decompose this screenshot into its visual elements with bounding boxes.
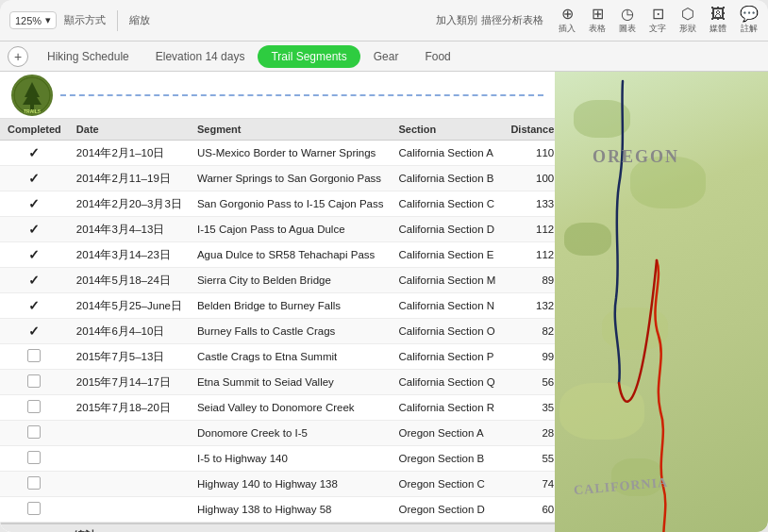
cell-section: Oregon Section A <box>391 421 503 446</box>
cell-completed[interactable]: ✓ <box>0 319 69 344</box>
cell-distance: 55 <box>503 446 555 472</box>
table-icon: ⊞ <box>592 7 604 22</box>
zoom-chevron: ▾ <box>45 14 51 26</box>
app-frame: 125% ▾ 顯示方式 縮放 加入類別 描徑分析表格 ⊕ 插入 <box>0 0 768 532</box>
cell-completed[interactable] <box>0 497 69 523</box>
shape-icon: ⬡ <box>681 7 694 22</box>
tab-food[interactable]: Food <box>411 43 463 70</box>
cell-segment: Etna Summit to Seiad Valley <box>190 370 392 395</box>
checkbox[interactable] <box>27 502 41 515</box>
table-row: ✓2014年2月11–19日Warner Springs to San Gorg… <box>0 166 555 191</box>
table-row: Donomore Creek to I-5Oregon Section A28 <box>0 421 555 446</box>
cell-segment: I-15 Cajon Pass to Agua Dulce <box>190 217 392 242</box>
cell-completed[interactable] <box>0 472 69 497</box>
col-header-segment: Segment <box>190 119 392 141</box>
chart-button[interactable]: ◷ 圖表 <box>619 7 636 35</box>
add-tab-button[interactable]: + <box>8 46 28 67</box>
svg-text:TRAILS: TRAILS <box>24 108 42 114</box>
cell-completed[interactable]: ✓ <box>0 268 69 293</box>
checkbox[interactable] <box>27 374 41 388</box>
cell-section: California Section N <box>391 293 503 319</box>
checkbox[interactable] <box>27 349 41 362</box>
table-row: 2015年7月14–17日Etna Summit to Seiad Valley… <box>0 370 555 395</box>
comment-button[interactable]: 💬 註解 <box>740 7 759 35</box>
checkmark: ✓ <box>28 196 40 211</box>
cell-distance: 89 <box>503 268 555 293</box>
zoom-value: 125% <box>15 15 42 26</box>
cell-completed[interactable]: ✓ <box>0 217 69 242</box>
cell-distance: 112 <box>503 242 555 268</box>
table-row: ✓2014年3月14–23日Agua Dulce to SR58 Tehacha… <box>0 242 555 268</box>
zoom-control[interactable]: 125% ▾ <box>9 11 57 29</box>
col-header-distance: Distance <box>503 119 555 141</box>
cell-completed[interactable]: ✓ <box>0 166 69 191</box>
cell-segment: Seiad Valley to Donomore Creek <box>190 395 392 421</box>
cell-section: California Section E <box>391 242 503 268</box>
cell-distance: 82 <box>503 319 555 344</box>
cell-section: California Section R <box>391 395 503 421</box>
cell-section: California Section B <box>391 166 503 191</box>
checkmark: ✓ <box>28 324 40 339</box>
tab-gear[interactable]: Gear <box>360 43 412 70</box>
cell-date: 2014年5月25–June日 <box>69 293 190 319</box>
cell-date: 2015年7月18–20日 <box>69 395 190 421</box>
tab-hiking-schedule[interactable]: Hiking Schedule <box>34 43 142 70</box>
logo-header: TRAILS <box>0 72 555 119</box>
media-button[interactable]: 🖼 媒體 <box>710 7 726 35</box>
cell-segment: I-5 to Highway 140 <box>190 446 392 472</box>
cell-distance: 74 <box>503 472 555 497</box>
checkmark: ✓ <box>28 222 40 237</box>
cell-completed[interactable]: ✓ <box>0 293 69 319</box>
cell-distance: 60 <box>503 497 555 523</box>
cell-completed[interactable] <box>0 446 69 472</box>
cell-distance: 112 <box>503 217 555 242</box>
tab-elevation-14-days[interactable]: Elevation 14 days <box>142 43 259 70</box>
cell-date: 2014年2月20–3月3日 <box>69 191 190 217</box>
table-row: ✓2014年3月4–13日I-15 Cajon Pass to Agua Dul… <box>0 217 555 242</box>
insert-button[interactable]: ⊕ 插入 <box>559 7 576 35</box>
zoom-label[interactable]: 縮放 <box>129 13 150 27</box>
cell-section: California Section D <box>391 217 503 242</box>
checkmark: ✓ <box>28 171 40 186</box>
tab-trail-segments[interactable]: Trail Segments <box>258 45 359 68</box>
cell-date: 2014年6月4–10日 <box>69 319 190 344</box>
cell-distance: 35 <box>503 395 555 421</box>
cell-completed[interactable]: ✓ <box>0 141 69 166</box>
add-category-label[interactable]: 加入類別 <box>436 13 477 27</box>
display-mode-label[interactable]: 顯示方式 <box>64 13 106 27</box>
checkbox[interactable] <box>27 476 41 490</box>
col-header-section: Section <box>391 119 503 141</box>
cell-completed[interactable] <box>0 421 69 446</box>
cell-completed[interactable]: ✓ <box>0 242 69 268</box>
route-analysis-label[interactable]: 描徑分析表格 <box>481 13 543 27</box>
checkbox[interactable] <box>27 451 41 464</box>
table-button[interactable]: ⊞ 表格 <box>589 7 606 35</box>
cell-section: Oregon Section B <box>391 446 503 472</box>
checkbox[interactable] <box>27 425 41 439</box>
cell-segment: US-Mexico Border to Warner Springs <box>190 141 392 166</box>
shape-button[interactable]: ⬡ 形狀 <box>679 7 696 35</box>
table-row: ✓2014年5月25–June日Belden Bridge to Burney … <box>0 293 555 319</box>
cell-date: 2014年2月1–10日 <box>69 141 190 166</box>
cell-date <box>69 421 190 446</box>
col-header-date: Date <box>69 119 190 141</box>
cell-completed[interactable] <box>0 395 69 421</box>
table-row: ✓2014年5月18–24日Sierra City to Belden Brid… <box>0 268 555 293</box>
cell-distance: 100 <box>503 166 555 191</box>
table-row: 2015年7月18–20日Seiad Valley to Donomore Cr… <box>0 395 555 421</box>
text-button[interactable]: ⊡ 文字 <box>649 7 666 35</box>
dashed-connector <box>60 94 543 96</box>
cell-completed[interactable] <box>0 344 69 370</box>
checkbox[interactable] <box>27 400 41 413</box>
cell-date <box>69 497 190 523</box>
footer-value: 1,277 <box>317 524 555 532</box>
data-table[interactable]: Completed Date Segment Section Distance … <box>0 119 555 532</box>
cell-segment: Belden Bridge to Burney Falls <box>190 293 392 319</box>
cell-completed[interactable]: ✓ <box>0 191 69 217</box>
cell-completed[interactable] <box>0 370 69 395</box>
footer-label: 總計 <box>66 524 317 532</box>
cell-distance: 132 <box>503 293 555 319</box>
insert-icon: ⊕ <box>561 7 574 22</box>
cell-date: 2015年7月5–13日 <box>69 344 190 370</box>
table-row: I-5 to Highway 140Oregon Section B55 <box>0 446 555 472</box>
